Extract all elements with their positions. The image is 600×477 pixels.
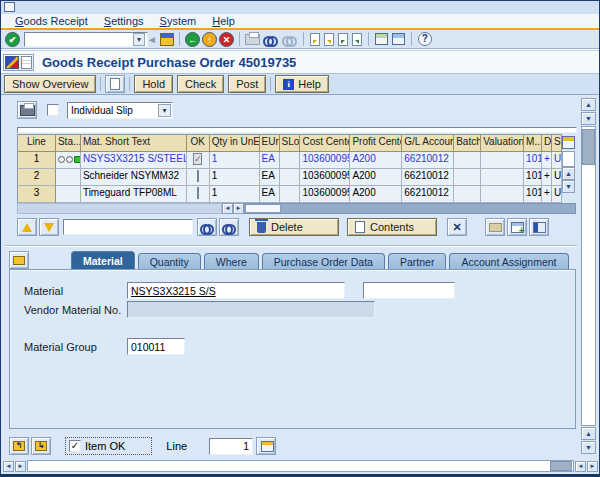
cost-center-cell[interactable]: 103600095 (300, 152, 350, 169)
col-header-d[interactable]: D (542, 135, 552, 152)
col-header-sloc[interactable]: SLoc (280, 135, 301, 152)
s-cell[interactable]: U (552, 186, 562, 203)
movement-cell[interactable]: 101 (524, 186, 542, 203)
back-icon[interactable]: ← (185, 32, 200, 47)
material-cell[interactable]: Timeguard TFP08ML (81, 186, 187, 203)
enter-icon[interactable]: ✔ (5, 32, 20, 47)
hold-button[interactable]: Hold (134, 75, 173, 93)
material-cell[interactable]: NSYS3X3215 S/STEEL (81, 152, 187, 169)
scroll-up-icon[interactable]: ▲ (581, 98, 596, 111)
insert-row-button[interactable] (507, 218, 527, 236)
scroll-up-icon[interactable]: ▲ (581, 427, 596, 440)
movement-cell[interactable]: 101 (524, 152, 542, 169)
table-scroll-down-icon[interactable]: ▼ (562, 180, 575, 193)
batch-cell[interactable] (454, 186, 481, 203)
find-next-button[interactable] (219, 218, 239, 236)
print-icon[interactable] (245, 34, 260, 45)
valuation-cell[interactable] (481, 186, 524, 203)
table-scroll-left-icon[interactable]: ◄ (222, 203, 233, 214)
next-page-icon[interactable] (338, 33, 348, 46)
profit-center-cell[interactable]: A200 (350, 169, 402, 186)
col-header-profit-center[interactable]: Profit Center (350, 135, 402, 152)
print-slip-checkbox[interactable] (47, 104, 59, 116)
profit-center-cell[interactable]: A200 (350, 152, 402, 169)
col-header-status[interactable]: Sta... (56, 135, 81, 152)
help-button[interactable]: i Help (275, 75, 329, 93)
create-shortcut-icon[interactable] (392, 33, 405, 45)
material-input[interactable] (127, 282, 345, 299)
scroll-left-icon[interactable]: ◄ (3, 461, 14, 472)
scroll-down-icon[interactable]: ▼ (581, 441, 596, 454)
close-detail-button[interactable] (9, 251, 29, 269)
contents-button[interactable]: Contents (347, 218, 437, 236)
menu-goods-receipt[interactable]: Goods Receipt (15, 15, 88, 27)
table-settings-button[interactable] (529, 218, 549, 236)
scroll-right-icon[interactable]: ► (587, 461, 598, 472)
table-top-track[interactable] (17, 127, 577, 133)
document-icon[interactable] (21, 56, 32, 69)
row-line-cell[interactable]: 2 (18, 169, 56, 186)
gl-account-cell[interactable]: 66210012 (402, 169, 454, 186)
last-page-icon[interactable] (352, 33, 362, 46)
show-overview-button[interactable]: Show Overview (4, 75, 96, 93)
eun-cell[interactable]: EA (260, 152, 280, 169)
cost-center-cell[interactable]: 103600095 (300, 169, 350, 186)
table-scroll-thumb[interactable] (245, 204, 281, 213)
batch-cell[interactable] (454, 152, 481, 169)
item-ok-checkbox[interactable]: ✓ (69, 440, 81, 452)
ok-checkbox[interactable]: ✓ (193, 153, 203, 165)
col-header-eun[interactable]: EUn (260, 135, 280, 152)
col-header-line[interactable]: Line (18, 135, 56, 152)
goods-receipt-icon[interactable] (5, 56, 19, 69)
print-slip-button[interactable] (17, 101, 37, 119)
find-button[interactable] (197, 218, 217, 236)
qty-cell[interactable]: 1 (210, 186, 260, 203)
command-input[interactable] (24, 32, 148, 47)
qty-cell[interactable]: 1 (210, 152, 260, 169)
tab-where[interactable]: Where (204, 253, 259, 269)
dropdown-icon[interactable]: ▾ (158, 104, 171, 117)
d-cell[interactable]: + (542, 169, 552, 186)
exit-icon[interactable]: ↑ (202, 32, 217, 47)
table-scroll-thumb[interactable] (562, 151, 575, 167)
table-search-input[interactable] (63, 219, 193, 235)
previous-item-button[interactable]: ↰ (9, 437, 29, 455)
scroll-down-icon[interactable]: ▼ (581, 112, 596, 125)
d-cell[interactable]: + (542, 186, 552, 203)
delete-button[interactable]: Delete (249, 218, 339, 236)
cancel-icon[interactable]: ✕ (219, 32, 234, 47)
post-button[interactable]: Post (228, 75, 266, 93)
system-menu-icon[interactable] (4, 2, 15, 12)
movement-cell[interactable]: 101 (524, 169, 542, 186)
sloc-cell[interactable] (280, 169, 301, 186)
item-detail-button[interactable] (256, 437, 276, 455)
previous-page-icon[interactable] (324, 33, 334, 46)
profit-center-cell[interactable]: A200 (350, 186, 402, 203)
scroll-track[interactable] (27, 460, 574, 472)
col-header-cost-center[interactable]: Cost Center (300, 135, 350, 152)
tab-partner[interactable]: Partner (388, 253, 446, 269)
menu-help[interactable]: Help (212, 15, 235, 27)
table-row[interactable]: 3 Timeguard TFP08ML 1 EA 103600095 A200 … (18, 186, 562, 203)
table-scroll-up-icon[interactable]: ▲ (562, 167, 575, 180)
eun-cell[interactable]: EA (260, 186, 280, 203)
scroll-right-icon[interactable]: ► (15, 461, 26, 472)
tab-material[interactable]: Material (71, 251, 135, 269)
find-next-icon[interactable] (282, 34, 297, 45)
material-extra-input[interactable] (363, 282, 455, 299)
row-line-cell[interactable]: 1 (18, 152, 56, 169)
new-session-icon[interactable] (375, 33, 388, 45)
next-item-button[interactable]: ↳ (31, 437, 51, 455)
menu-system[interactable]: System (160, 15, 197, 27)
cost-center-cell[interactable]: 103600095 (300, 186, 350, 203)
scroll-thumb[interactable] (582, 129, 595, 165)
collapse-toolbar-icon[interactable]: ◄ (147, 34, 157, 45)
material-cell[interactable]: Schneider NSYMM32 (81, 169, 187, 186)
save-icon[interactable] (160, 33, 174, 46)
col-header-s[interactable]: S (552, 135, 562, 152)
col-header-movement[interactable]: M... (524, 135, 542, 152)
valuation-cell[interactable] (481, 169, 524, 186)
new-document-button[interactable] (105, 75, 125, 93)
tab-account-assignment[interactable]: Account Assignment (449, 253, 568, 269)
select-all-icon[interactable] (562, 136, 575, 149)
